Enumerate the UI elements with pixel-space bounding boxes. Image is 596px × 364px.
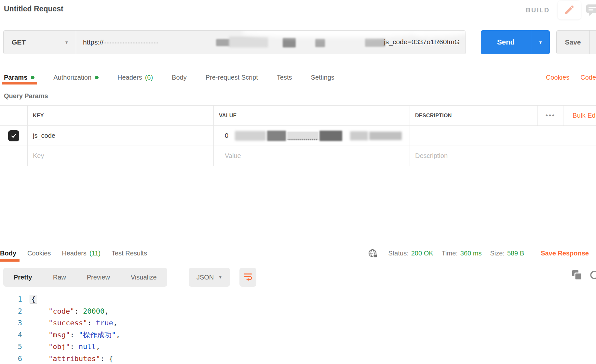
tab-settings[interactable]: Settings	[311, 70, 334, 85]
new-key-input[interactable]: Key	[27, 146, 213, 166]
new-description-input[interactable]: Description	[410, 146, 596, 166]
tab-label: Headers	[117, 74, 142, 81]
request-tabs: Params Authorization Headers (6) Body Pr…	[4, 70, 596, 85]
redacted-value-blur	[369, 132, 402, 140]
redacted-url-blur	[365, 38, 385, 47]
params-more-menu[interactable]: •••	[537, 106, 563, 125]
response-tabs: Body Cookies Headers (11) Test Results	[0, 244, 147, 263]
tab-label: Authorization	[53, 74, 91, 81]
new-value-input[interactable]: Value	[213, 146, 410, 166]
code-line: 1{	[0, 293, 596, 306]
send-button[interactable]: Send ▼	[481, 30, 550, 54]
description-column-header: DESCRIPTION	[410, 106, 537, 125]
size-value: 589 B	[507, 250, 524, 257]
save-response-button[interactable]: Save Response	[541, 250, 589, 257]
copy-icon[interactable]	[572, 270, 582, 282]
pencil-icon	[563, 4, 575, 17]
redacted-url-blur	[229, 36, 268, 47]
code-link[interactable]: Code	[580, 74, 596, 81]
param-value-cell[interactable]: 0	[213, 126, 410, 146]
table-row: js_code 0	[0, 126, 596, 146]
view-tab-visualize[interactable]: Visualize	[120, 268, 167, 287]
tab-tests[interactable]: Tests	[277, 70, 292, 85]
redacted-value-blur	[235, 131, 266, 141]
green-dot-icon	[31, 76, 34, 79]
param-description-cell[interactable]	[410, 126, 596, 146]
view-tab-raw[interactable]: Raw	[43, 268, 76, 287]
save-button[interactable]: Save ▼	[556, 30, 596, 54]
response-view-switcher: Pretty Raw Preview Visualize	[3, 268, 167, 287]
cookies-link[interactable]: Cookies	[546, 74, 569, 81]
postman-app: Untitled Request BUILD GET ▼ https://···…	[0, 0, 596, 364]
format-select[interactable]: JSON ▼	[189, 268, 230, 287]
redacted-url-blur	[315, 39, 325, 47]
code-line: 3 "success": true,	[0, 317, 596, 329]
time-value: 360 ms	[460, 250, 482, 257]
param-checkbox[interactable]	[8, 130, 19, 141]
save-options-caret-icon[interactable]: ▼	[589, 31, 596, 54]
response-meta: Status: 200 OK Time: 360 ms Size: 589 B …	[368, 248, 596, 259]
value-column-header: VALUE	[213, 106, 410, 125]
line-number: 3	[0, 317, 22, 329]
tab-params[interactable]: Params	[4, 70, 34, 85]
tab-response-headers[interactable]: Headers (11)	[62, 244, 101, 263]
tab-label: Tests	[277, 74, 292, 81]
wrap-text-button[interactable]	[239, 268, 256, 287]
code-line: 5 "obj": null,	[0, 341, 596, 353]
tab-authorization[interactable]: Authorization	[53, 70, 99, 85]
code-line: 6 "attributes": {	[0, 353, 596, 364]
tab-response-body[interactable]: Body	[0, 244, 16, 263]
line-number: 4	[0, 329, 22, 341]
url-input[interactable]: https://····················· info/wx js…	[76, 31, 466, 54]
status-label: Status:	[388, 250, 408, 257]
view-tab-preview[interactable]: Preview	[76, 268, 120, 287]
wrap-text-icon	[243, 272, 252, 282]
query-params-title: Query Params	[4, 92, 48, 100]
tab-pre-request-script[interactable]: Pre-request Script	[206, 70, 258, 85]
response-headers-count: (11)	[89, 250, 101, 257]
tab-label: Cookies	[27, 250, 51, 257]
line-number: 5	[0, 341, 22, 353]
line-number: 1	[0, 293, 22, 306]
tab-label: Test Results	[112, 250, 147, 257]
tab-body[interactable]: Body	[172, 70, 187, 85]
green-dot-icon	[95, 76, 99, 79]
request-url-row: GET ▼ https://····················· info…	[3, 30, 596, 54]
tab-headers[interactable]: Headers (6)	[117, 70, 153, 85]
line-number: 2	[0, 306, 22, 318]
method-select[interactable]: GET ▼	[4, 31, 76, 54]
tab-response-cookies[interactable]: Cookies	[27, 244, 51, 263]
code-line: 2 "code": 20000,	[0, 306, 596, 318]
tab-label: Pre-request Script	[206, 74, 258, 81]
request-tab-links: Cookies Code	[546, 74, 596, 81]
param-key-cell[interactable]: js_code	[27, 126, 213, 146]
top-bar: Untitled Request BUILD	[0, 0, 596, 20]
format-label: JSON	[196, 274, 214, 281]
redaction-smudge	[242, 31, 424, 38]
indent-guide	[33, 308, 33, 364]
build-mode-label: BUILD	[526, 6, 550, 14]
search-icon[interactable]	[589, 270, 596, 283]
code-line: 4 "msg": "操作成功",	[0, 329, 596, 341]
value-visible-text: 0	[225, 132, 228, 139]
response-body-viewer: 1{2 "code": 20000,3 "success": true,4 "m…	[0, 293, 596, 364]
edit-request-button[interactable]	[558, 1, 581, 20]
url-redacted-dots: ·····················	[104, 38, 159, 46]
tab-label: Body	[172, 74, 187, 81]
save-label: Save	[557, 31, 589, 54]
globe-lock-icon[interactable]	[368, 248, 378, 259]
tab-label: Body	[0, 250, 16, 257]
url-bar: GET ▼ https://····················· info…	[3, 30, 466, 54]
bulk-edit-link[interactable]: Bulk Edit	[563, 106, 596, 125]
table-row-new: Key Value Description	[0, 146, 596, 166]
tab-label: Settings	[311, 74, 334, 81]
send-label: Send	[481, 30, 531, 54]
send-options-caret-icon[interactable]: ▼	[531, 30, 550, 54]
redacted-url-blur	[283, 38, 296, 47]
response-toolbar: Pretty Raw Preview Visualize JSON ▼	[3, 268, 596, 287]
chevron-down-icon: ▼	[218, 275, 222, 280]
tab-label: Params	[4, 74, 27, 81]
view-tab-pretty[interactable]: Pretty	[3, 268, 43, 287]
comment-icon[interactable]	[586, 4, 596, 17]
tab-test-results[interactable]: Test Results	[112, 244, 147, 263]
